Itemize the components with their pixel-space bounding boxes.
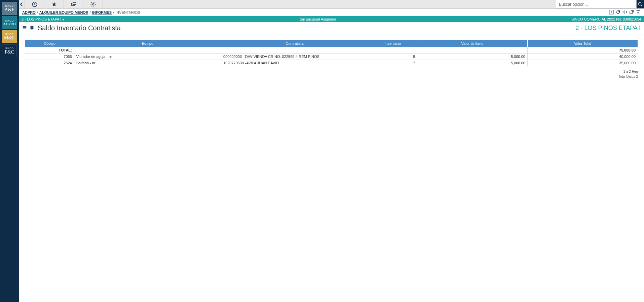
export-button[interactable] <box>30 25 34 31</box>
popout-icon <box>629 10 634 14</box>
refresh-icon <box>616 10 620 14</box>
svg-point-4 <box>639 2 641 5</box>
th-codigo[interactable]: Código <box>25 40 74 47</box>
breadcrumb: ADPRO / ALQUILER EQUIPO MENOR / INFORMES… <box>19 9 644 16</box>
popout-button[interactable] <box>629 10 634 15</box>
windows-icon <box>71 1 77 7</box>
tile-small: SINCO <box>5 33 14 35</box>
search-box <box>556 0 644 8</box>
cell-valor-unit: 5,000.00 <box>417 60 528 66</box>
tile-big: M&E <box>4 35 15 41</box>
info-bar: 2 - LOS PINOS ETAPA I▼ Sin sucursal Asig… <box>19 16 644 22</box>
help-button[interactable]: ? <box>609 10 614 15</box>
clock-icon <box>32 1 38 7</box>
tile-small: SINCO <box>5 47 14 49</box>
history-button[interactable] <box>25 0 44 8</box>
cell-equipo: Saltarin - hr <box>74 60 221 66</box>
top-toolbar <box>19 0 644 9</box>
collapse-up-button[interactable] <box>636 10 641 15</box>
breadcrumb-link[interactable]: ADPRO <box>22 10 36 14</box>
inventory-table: Código Equipo Contratista Inventario Val… <box>25 40 638 66</box>
pagination-info: 1 a 2 Reg <box>19 69 638 74</box>
th-contratista[interactable]: Contratista <box>221 40 368 47</box>
total-count: Total Datos 2 <box>19 74 638 79</box>
total-label: TOTAL: <box>25 47 74 54</box>
total-row: TOTAL: 75,000.00 <box>25 47 638 54</box>
tile-big: ADPRO <box>3 22 15 26</box>
split-button[interactable] <box>622 10 627 15</box>
cell-contratista: 000000003 - DAVIVIENDA CR NO. 022599-4 R… <box>221 54 368 60</box>
document-icon <box>30 25 34 30</box>
svg-point-3 <box>92 3 94 5</box>
sidebar-tile-af[interactable]: SINCO A&F <box>2 2 17 15</box>
cell-valor-unit: 5,000.00 <box>417 54 528 60</box>
page-title: Saldo Inventario Contratista <box>38 24 576 32</box>
sidebar-tile-adpro[interactable]: SINCO ADPRO <box>2 16 17 29</box>
cell-inventario: 8 <box>368 54 417 60</box>
th-equipo[interactable]: Equipo <box>74 40 221 47</box>
star-icon <box>51 1 57 7</box>
left-sidebar: SINCO A&F SINCO ADPRO SINCO M&E SINCO F&… <box>0 0 19 302</box>
collapse-up-icon <box>636 10 641 14</box>
cell-codigo: 7066 <box>25 54 74 60</box>
branch-label: Sin sucursal Asignada <box>65 17 571 21</box>
windows-button[interactable] <box>64 0 83 8</box>
sidebar-tile-fc[interactable]: SINCO F&C <box>2 44 17 57</box>
cell-equipo: Vibrador de aguja - hr <box>74 54 221 60</box>
tile-big: A&F <box>5 7 14 12</box>
settings-button[interactable] <box>83 0 103 8</box>
company-label: SINCO COMERCIAL 2022 Nit: 830021894 <box>571 17 641 21</box>
search-icon <box>638 2 643 7</box>
table-footer: 1 a 2 Reg Total Datos 2 <box>19 68 644 79</box>
breadcrumb-current: INVENTARIOS <box>115 10 140 14</box>
page-title-row: Saldo Inventario Contratista 2 - LOS PIN… <box>19 22 644 34</box>
favorites-button[interactable] <box>44 0 64 8</box>
refresh-button[interactable] <box>616 10 620 15</box>
cell-valor-total: 40,000.00 <box>527 54 638 60</box>
table-row[interactable]: 7066 Vibrador de aguja - hr 000000003 - … <box>25 54 638 60</box>
page-subtitle: 2 - LOS PINOS ETAPA I <box>576 25 641 32</box>
sidebar-tile-me[interactable]: SINCO M&E <box>2 30 17 43</box>
th-inventario[interactable]: Inventario <box>368 40 417 47</box>
project-selector[interactable]: 2 - LOS PINOS ETAPA I▼ <box>22 17 65 21</box>
tile-big: F&C <box>5 49 14 55</box>
search-button[interactable] <box>637 0 644 8</box>
th-valor-total[interactable]: Valor Total <box>527 40 638 47</box>
tile-small: SINCO <box>5 5 14 7</box>
chevron-left-icon <box>19 1 25 7</box>
table-row[interactable]: 2524 Saltarin - hr 1020770530 -AVILA JUA… <box>25 60 638 66</box>
tile-small: SINCO <box>5 20 14 22</box>
breadcrumb-link[interactable]: INFORMES <box>92 10 112 14</box>
svg-rect-2 <box>73 2 76 5</box>
menu-button[interactable] <box>22 25 27 31</box>
menu-icon <box>22 25 27 30</box>
split-icon <box>622 10 627 14</box>
total-value: 75,000.00 <box>527 47 638 54</box>
cell-valor-total: 35,000.00 <box>527 60 638 66</box>
cell-inventario: 7 <box>368 60 417 66</box>
search-input[interactable] <box>556 0 637 8</box>
cell-contratista: 1020770530 -AVILA JUAN DAVID <box>221 60 368 66</box>
collapse-button[interactable] <box>19 0 25 8</box>
svg-text:?: ? <box>610 10 612 14</box>
chevron-down-icon: ▼ <box>62 18 65 21</box>
svg-rect-8 <box>31 26 34 29</box>
cell-codigo: 2524 <box>25 60 74 66</box>
help-icon: ? <box>609 10 614 14</box>
th-valor-unitario[interactable]: Valor Unitario <box>417 40 528 47</box>
gear-icon <box>90 1 96 7</box>
breadcrumb-link[interactable]: ALQUILER EQUIPO MENOR <box>39 10 88 14</box>
